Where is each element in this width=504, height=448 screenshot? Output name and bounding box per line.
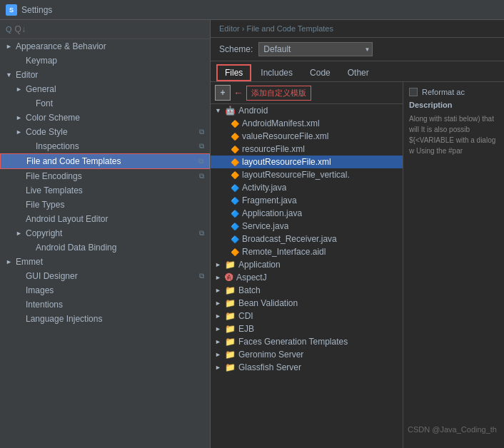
sidebar-item-intentions[interactable]: Intentions: [0, 297, 210, 312]
tree-item-label: Service.java: [242, 221, 288, 231]
tree-item-label: AndroidManifest.xml: [242, 118, 320, 128]
tree-item-layoutresource[interactable]: 🔶layoutResourceFile.xml: [211, 156, 403, 168]
tree-item-label: Application.java: [242, 208, 302, 218]
tree-group-icon: 📁: [225, 285, 236, 295]
sidebar-item-android-data-binding[interactable]: Android Data Binding: [0, 240, 210, 255]
description-text: Along with stati below) that will It is …: [409, 113, 498, 156]
tree-arrow-icon: ►: [215, 325, 223, 332]
tree-item-label: resourceFile.xml: [242, 144, 305, 154]
tree-group-geronimo-group[interactable]: ►📁Geronimo Server: [211, 348, 403, 361]
arrow-icon: ►: [16, 114, 24, 121]
tree-group-bean-validation-group[interactable]: ►📁Bean Validation: [211, 297, 403, 310]
sidebar-item-file-and-code-templates[interactable]: File and Code Templates⧉: [0, 153, 210, 169]
scheme-dropdown[interactable]: Default: [258, 42, 373, 56]
tree-group-label: Batch: [238, 285, 261, 295]
sidebar-item-label: File Types: [26, 200, 204, 210]
sidebar-item-code-style[interactable]: ►Code Style⧉: [0, 125, 210, 139]
sidebar-item-appearance[interactable]: ►Appearance & Behavior: [0, 39, 210, 54]
template-toolbar: + ← 添加自定义模版: [211, 82, 403, 104]
tree-group-aspectj-group[interactable]: ►🅐AspectJ: [211, 271, 403, 284]
copy-icon: ⧉: [199, 172, 204, 180]
tab-other[interactable]: Other: [340, 65, 377, 81]
tree-item-broadcast[interactable]: 🔷Broadcast_Receiver.java: [211, 233, 403, 245]
sidebar-item-file-encodings[interactable]: File Encodings⧉: [0, 169, 210, 183]
tree-group-application-group[interactable]: ►📁Application: [211, 258, 403, 271]
sidebar-item-keymap[interactable]: Keymap: [0, 54, 210, 68]
tree-group-icon: 📁: [225, 298, 236, 308]
sidebar-item-label: Language Injections: [26, 314, 204, 324]
tree-item-service[interactable]: 🔷Service.java: [211, 220, 403, 233]
sidebar-item-emmet[interactable]: ►Emmet: [0, 255, 210, 269]
tab-code[interactable]: Code: [302, 65, 338, 81]
tree-item-activity[interactable]: 🔷Activity.java: [211, 181, 403, 194]
sidebar-item-android-layout-editor[interactable]: Android Layout Editor: [0, 212, 210, 226]
tree-item-label: layoutResourceFile.xml: [242, 157, 331, 167]
sidebar-item-copyright[interactable]: ►Copyright⧉: [0, 226, 210, 240]
tree-item-remote-interface[interactable]: 🔶Remote_Interface.aidl: [211, 245, 403, 258]
tree-group-label: EJB: [238, 324, 254, 334]
tree-item-icon: 🔶: [231, 248, 239, 256]
sidebar-item-label: Editor: [16, 70, 204, 80]
tab-includes[interactable]: Includes: [253, 65, 301, 81]
tree-arrow-icon: ▼: [215, 107, 223, 114]
tree-arrow-icon: ►: [215, 338, 223, 345]
sidebar-item-gui-designer[interactable]: GUI Designer⧉: [0, 269, 210, 283]
arrow-icon: ►: [16, 128, 24, 136]
tree-item-androidmanifest[interactable]: 🔶AndroidManifest.xml: [211, 117, 403, 130]
sidebar-item-color-scheme[interactable]: ►Color Scheme: [0, 111, 210, 125]
scheme-dropdown-wrap[interactable]: Default: [258, 42, 373, 56]
tree-group-faces-group[interactable]: ►📁Faces Generation Templates: [211, 335, 403, 348]
arrow-icon: ►: [16, 86, 24, 93]
arrow-icon: ►: [16, 230, 24, 237]
tree-item-icon: 🔶: [231, 120, 239, 128]
sidebar-item-label: Android Layout Editor: [26, 214, 204, 224]
tree-item-resourcefile[interactable]: 🔶resourceFile.xml: [211, 143, 403, 156]
tree-group-android-group[interactable]: ▼🤖Android: [211, 104, 403, 117]
sidebar-item-font[interactable]: Font: [0, 96, 210, 111]
tree-group-icon: 📁: [225, 311, 236, 321]
sidebar-item-language-injections[interactable]: Language Injections: [0, 312, 210, 326]
sidebar-item-label: Font: [36, 98, 204, 108]
tab-files[interactable]: Files: [216, 64, 251, 81]
tree-item-label: valueResourceFile.xml: [242, 131, 328, 141]
sidebar-item-images[interactable]: Images: [0, 283, 210, 297]
tree-group-icon: 📁: [225, 324, 236, 334]
sidebar-item-editor[interactable]: ▼Editor: [0, 68, 210, 82]
copy-icon: ⧉: [198, 157, 203, 166]
copy-icon: ⧉: [199, 142, 204, 151]
template-list: + ← 添加自定义模版 ▼🤖Android🔶AndroidManifest.xm…: [211, 82, 403, 448]
tree-group-icon: 🅐: [225, 273, 233, 282]
sidebar-item-label: Emmet: [16, 257, 204, 267]
tree-item-icon: 🔷: [231, 210, 239, 218]
add-tooltip-text: 添加自定义模版: [246, 86, 311, 101]
sidebar-item-file-types[interactable]: File Types: [0, 198, 210, 212]
tree-group-glassfish-group[interactable]: ►📁Glassfish Server: [211, 361, 403, 374]
tree-item-layoutresource-v[interactable]: 🔶layoutResourceFile_vertical.: [211, 168, 403, 181]
tree-item-icon: 🔷: [231, 184, 239, 192]
tree-group-ejb-group[interactable]: ►📁EJB: [211, 322, 403, 335]
tree-group-label: Glassfish Server: [238, 362, 301, 372]
search-icon: Q: [6, 25, 12, 34]
sidebar-item-live-templates[interactable]: Live Templates: [0, 183, 210, 198]
tree-item-application[interactable]: 🔷Application.java: [211, 207, 403, 220]
search-bar[interactable]: Q: [0, 20, 210, 39]
arrow-icon: ►: [6, 43, 14, 50]
tree-group-cdi-group[interactable]: ►📁CDI: [211, 310, 403, 322]
tree-item-valueresource[interactable]: 🔶valueResourceFile.xml: [211, 130, 403, 143]
copy-icon: ⧉: [199, 128, 204, 136]
reformat-checkbox[interactable]: [409, 88, 418, 96]
main-container: Q ►Appearance & BehaviorKeymap▼Editor►Ge…: [0, 20, 504, 448]
tree-group-label: AspectJ: [236, 273, 267, 282]
tree-item-fragment[interactable]: 🔷Fragment.java: [211, 194, 403, 207]
sidebar-item-label: File Encodings: [26, 171, 196, 181]
sidebar-item-label: General: [26, 84, 204, 94]
add-template-button[interactable]: +: [215, 85, 231, 101]
sidebar-item-inspections[interactable]: Inspections⧉: [0, 139, 210, 153]
search-input[interactable]: [15, 24, 204, 34]
copy-icon: ⧉: [199, 229, 204, 238]
sidebar-item-label: Inspections: [36, 141, 196, 151]
tree-group-batch-group[interactable]: ►📁Batch: [211, 284, 403, 297]
tree-arrow-icon: ►: [215, 364, 223, 371]
sidebar-item-label: Images: [26, 285, 204, 295]
sidebar-item-general[interactable]: ►General: [0, 82, 210, 96]
